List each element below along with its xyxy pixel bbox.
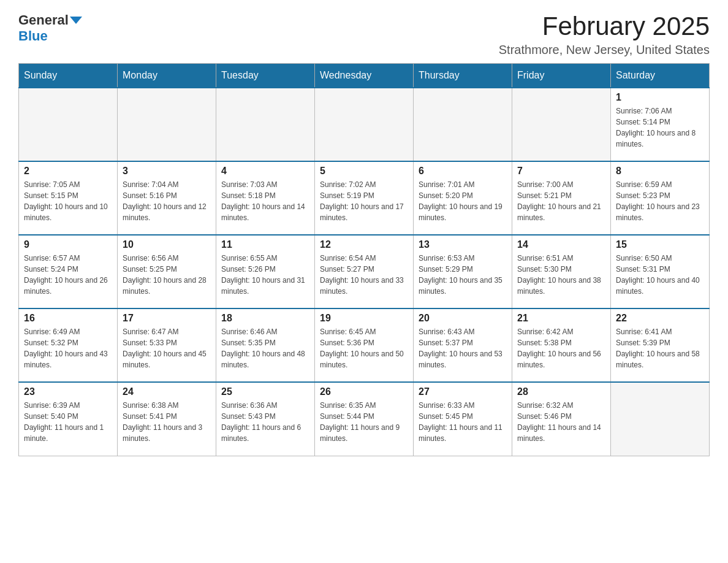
day-info: Sunrise: 6:46 AM Sunset: 5:35 PM Dayligh…	[221, 326, 309, 370]
calendar-cell: 23Sunrise: 6:39 AM Sunset: 5:40 PM Dayli…	[19, 382, 118, 456]
day-info: Sunrise: 6:50 AM Sunset: 5:31 PM Dayligh…	[616, 253, 704, 297]
week-row-4: 16Sunrise: 6:49 AM Sunset: 5:32 PM Dayli…	[19, 308, 710, 382]
week-row-3: 9Sunrise: 6:57 AM Sunset: 5:24 PM Daylig…	[19, 235, 710, 308]
day-info: Sunrise: 6:45 AM Sunset: 5:36 PM Dayligh…	[320, 326, 408, 370]
calendar-cell: 17Sunrise: 6:47 AM Sunset: 5:33 PM Dayli…	[118, 308, 216, 382]
calendar-cell: 12Sunrise: 6:54 AM Sunset: 5:27 PM Dayli…	[315, 235, 414, 308]
header-day-friday: Friday	[512, 64, 611, 88]
day-number: 16	[24, 313, 112, 324]
day-number: 6	[419, 166, 507, 177]
day-number: 8	[616, 166, 704, 177]
calendar-body: 1Sunrise: 7:06 AM Sunset: 5:14 PM Daylig…	[19, 88, 710, 456]
logo-blue-text: Blue	[18, 28, 48, 44]
day-number: 20	[419, 313, 507, 324]
calendar-cell	[414, 88, 512, 161]
header-day-monday: Monday	[118, 64, 216, 88]
calendar-cell: 3Sunrise: 7:04 AM Sunset: 5:16 PM Daylig…	[118, 161, 216, 235]
day-info: Sunrise: 6:36 AM Sunset: 5:43 PM Dayligh…	[221, 400, 309, 444]
calendar: SundayMondayTuesdayWednesdayThursdayFrid…	[18, 63, 710, 456]
day-number: 9	[24, 239, 112, 250]
day-number: 26	[320, 386, 408, 397]
day-info: Sunrise: 6:54 AM Sunset: 5:27 PM Dayligh…	[320, 253, 408, 297]
calendar-cell: 28Sunrise: 6:32 AM Sunset: 5:46 PM Dayli…	[512, 382, 611, 456]
calendar-cell: 9Sunrise: 6:57 AM Sunset: 5:24 PM Daylig…	[19, 235, 118, 308]
day-info: Sunrise: 7:06 AM Sunset: 5:14 PM Dayligh…	[616, 105, 704, 150]
header-day-thursday: Thursday	[414, 64, 512, 88]
day-number: 18	[221, 313, 309, 324]
day-number: 24	[123, 386, 211, 397]
calendar-cell: 25Sunrise: 6:36 AM Sunset: 5:43 PM Dayli…	[216, 382, 315, 456]
day-info: Sunrise: 7:04 AM Sunset: 5:16 PM Dayligh…	[123, 179, 211, 223]
header-day-sunday: Sunday	[19, 64, 118, 88]
day-number: 1	[616, 92, 704, 103]
day-info: Sunrise: 6:35 AM Sunset: 5:44 PM Dayligh…	[320, 400, 408, 444]
calendar-cell: 15Sunrise: 6:50 AM Sunset: 5:31 PM Dayli…	[611, 235, 710, 308]
calendar-cell: 18Sunrise: 6:46 AM Sunset: 5:35 PM Dayli…	[216, 308, 315, 382]
calendar-cell: 4Sunrise: 7:03 AM Sunset: 5:18 PM Daylig…	[216, 161, 315, 235]
day-info: Sunrise: 6:55 AM Sunset: 5:26 PM Dayligh…	[221, 253, 309, 297]
day-number: 17	[123, 313, 211, 324]
day-info: Sunrise: 6:43 AM Sunset: 5:37 PM Dayligh…	[419, 326, 507, 370]
day-info: Sunrise: 6:49 AM Sunset: 5:32 PM Dayligh…	[24, 326, 112, 370]
calendar-cell	[118, 88, 216, 161]
day-number: 4	[221, 166, 309, 177]
day-number: 10	[123, 239, 211, 250]
day-number: 5	[320, 166, 408, 177]
week-row-5: 23Sunrise: 6:39 AM Sunset: 5:40 PM Dayli…	[19, 382, 710, 456]
day-info: Sunrise: 6:53 AM Sunset: 5:29 PM Dayligh…	[419, 253, 507, 297]
day-info: Sunrise: 6:59 AM Sunset: 5:23 PM Dayligh…	[616, 179, 704, 223]
day-info: Sunrise: 6:57 AM Sunset: 5:24 PM Dayligh…	[24, 253, 112, 297]
day-info: Sunrise: 6:42 AM Sunset: 5:38 PM Dayligh…	[517, 326, 605, 370]
calendar-cell	[216, 88, 315, 161]
day-number: 7	[517, 166, 605, 177]
calendar-cell: 13Sunrise: 6:53 AM Sunset: 5:29 PM Dayli…	[414, 235, 512, 308]
day-info: Sunrise: 7:01 AM Sunset: 5:20 PM Dayligh…	[419, 179, 507, 223]
header-row: SundayMondayTuesdayWednesdayThursdayFrid…	[19, 64, 710, 88]
header-day-wednesday: Wednesday	[315, 64, 414, 88]
week-row-2: 2Sunrise: 7:05 AM Sunset: 5:15 PM Daylig…	[19, 161, 710, 235]
calendar-cell	[512, 88, 611, 161]
logo-general-text: General	[18, 12, 69, 28]
day-number: 11	[221, 239, 309, 250]
day-number: 19	[320, 313, 408, 324]
day-info: Sunrise: 6:33 AM Sunset: 5:45 PM Dayligh…	[419, 400, 507, 444]
calendar-cell: 19Sunrise: 6:45 AM Sunset: 5:36 PM Dayli…	[315, 308, 414, 382]
calendar-cell: 16Sunrise: 6:49 AM Sunset: 5:32 PM Dayli…	[19, 308, 118, 382]
calendar-cell	[19, 88, 118, 161]
day-number: 14	[517, 239, 605, 250]
day-info: Sunrise: 7:02 AM Sunset: 5:19 PM Dayligh…	[320, 179, 408, 223]
day-info: Sunrise: 6:41 AM Sunset: 5:39 PM Dayligh…	[616, 326, 704, 370]
day-number: 2	[24, 166, 112, 177]
calendar-cell	[611, 382, 710, 456]
calendar-cell: 26Sunrise: 6:35 AM Sunset: 5:44 PM Dayli…	[315, 382, 414, 456]
calendar-cell: 6Sunrise: 7:01 AM Sunset: 5:20 PM Daylig…	[414, 161, 512, 235]
day-number: 25	[221, 386, 309, 397]
logo-arrow-icon	[70, 17, 82, 24]
day-number: 3	[123, 166, 211, 177]
day-info: Sunrise: 6:47 AM Sunset: 5:33 PM Dayligh…	[123, 326, 211, 370]
day-number: 23	[24, 386, 112, 397]
calendar-cell: 22Sunrise: 6:41 AM Sunset: 5:39 PM Dayli…	[611, 308, 710, 382]
day-info: Sunrise: 6:38 AM Sunset: 5:41 PM Dayligh…	[123, 400, 211, 444]
calendar-cell: 24Sunrise: 6:38 AM Sunset: 5:41 PM Dayli…	[118, 382, 216, 456]
day-number: 22	[616, 313, 704, 324]
calendar-cell: 11Sunrise: 6:55 AM Sunset: 5:26 PM Dayli…	[216, 235, 315, 308]
month-title: February 2025	[499, 12, 710, 40]
calendar-cell	[315, 88, 414, 161]
calendar-cell: 21Sunrise: 6:42 AM Sunset: 5:38 PM Dayli…	[512, 308, 611, 382]
calendar-cell: 7Sunrise: 7:00 AM Sunset: 5:21 PM Daylig…	[512, 161, 611, 235]
day-number: 15	[616, 239, 704, 250]
header-day-saturday: Saturday	[611, 64, 710, 88]
day-info: Sunrise: 7:03 AM Sunset: 5:18 PM Dayligh…	[221, 179, 309, 223]
day-info: Sunrise: 7:05 AM Sunset: 5:15 PM Dayligh…	[24, 179, 112, 223]
calendar-cell: 14Sunrise: 6:51 AM Sunset: 5:30 PM Dayli…	[512, 235, 611, 308]
day-number: 12	[320, 239, 408, 250]
day-info: Sunrise: 7:00 AM Sunset: 5:21 PM Dayligh…	[517, 179, 605, 223]
calendar-cell: 20Sunrise: 6:43 AM Sunset: 5:37 PM Dayli…	[414, 308, 512, 382]
header-day-tuesday: Tuesday	[216, 64, 315, 88]
calendar-cell: 27Sunrise: 6:33 AM Sunset: 5:45 PM Dayli…	[414, 382, 512, 456]
calendar-cell: 8Sunrise: 6:59 AM Sunset: 5:23 PM Daylig…	[611, 161, 710, 235]
page-header: General Blue February 2025 Strathmore, N…	[18, 12, 710, 57]
day-info: Sunrise: 6:56 AM Sunset: 5:25 PM Dayligh…	[123, 253, 211, 297]
day-info: Sunrise: 6:39 AM Sunset: 5:40 PM Dayligh…	[24, 400, 112, 444]
